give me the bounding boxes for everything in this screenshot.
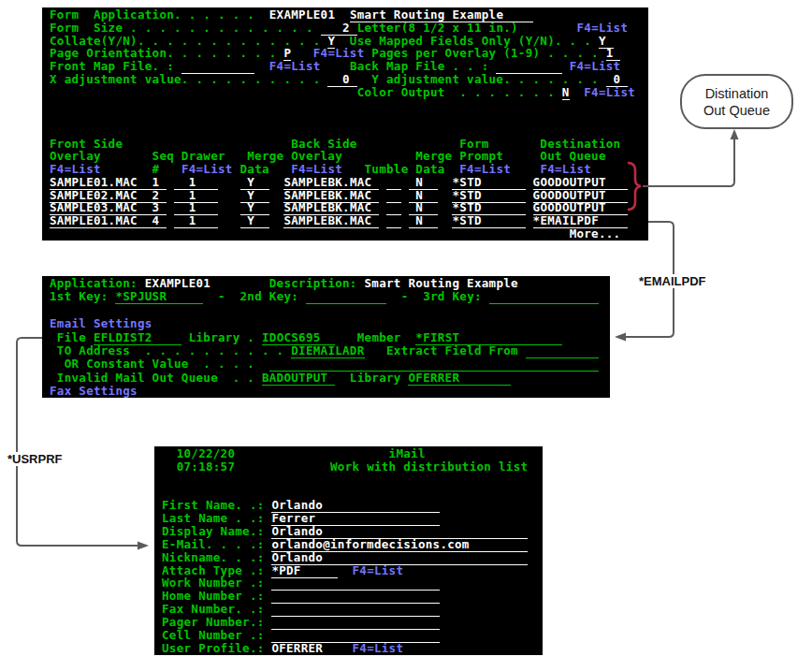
screen-text: Pages per Overlay (1-9) . . . .	[365, 46, 606, 60]
screen-text: Email Settings	[50, 316, 152, 330]
terminal-line	[50, 111, 641, 124]
screen-text: 2nd Key:	[240, 289, 306, 303]
screen-text: 10/22/20	[162, 446, 235, 460]
terminal-line: Nickname. . .: Orlando	[162, 551, 535, 564]
terminal-line	[162, 474, 535, 487]
screen-text	[379, 188, 386, 202]
connector-goodoutput-to-bubble	[643, 139, 734, 186]
screen-text: Work with distribution list	[330, 459, 528, 474]
terminal-line: SAMPLE02.MAC 2 1 Y SAMPLEBK.MAC N *STD G…	[50, 189, 641, 202]
field-value[interactable]: N	[562, 85, 570, 100]
screen-text: First Name. .:	[162, 498, 271, 512]
screen-text: Data	[415, 162, 459, 176]
screen-text	[438, 200, 453, 214]
screen-text	[338, 563, 353, 577]
screen-text	[235, 459, 330, 474]
screen-text: EXAMPLE01	[145, 276, 210, 290]
screen-text: F4=List	[562, 59, 621, 73]
screen-text: F4=List	[352, 641, 403, 655]
terminal-line: Cell Number .:	[162, 629, 535, 642]
bubble-text-line2: Out Queue	[703, 102, 770, 119]
screen-text: F4=List	[576, 21, 628, 35]
screen-text: #	[101, 162, 181, 176]
terminal-line	[50, 304, 602, 317]
screen-text	[338, 641, 353, 655]
screen-text: Member	[335, 330, 415, 344]
terminal-line: OR Constant Value . . . .	[50, 357, 602, 371]
screen-text	[218, 188, 239, 202]
screen-text: Front Map File. :	[50, 59, 181, 73]
emailpdf-edge-label: *EMAILPDF	[636, 274, 709, 288]
terminal-line: Fax Settings	[50, 385, 602, 398]
terminal-line: Email Settings	[50, 317, 602, 330]
field-value[interactable]: *SPJUSR	[115, 289, 203, 304]
screen-text: E-Mail. . . .:	[162, 537, 271, 551]
field-value[interactable]: OFERRER	[408, 371, 511, 386]
field-value[interactable]	[306, 289, 386, 304]
terminal-line: SAMPLE03.MAC 3 1 Y SAMPLEBK.MAC N *STD G…	[50, 201, 641, 214]
screen-text: Form Application. . . . . .	[50, 7, 269, 22]
terminal-line: 10/22/20 iMail	[162, 447, 535, 460]
screen-text: F4=List	[540, 162, 591, 176]
screen-text: F4=List	[181, 162, 233, 176]
screen-text: Page Orientation. . . . . . . .	[50, 46, 283, 60]
terminal-line: Attach Type .: *PDF F4=List	[162, 564, 535, 577]
screen-text: Color Output . . . . . . .	[50, 85, 562, 99]
screen-text	[167, 175, 174, 189]
screen-text: Front Side Back Side Form Destination	[50, 137, 620, 151]
screen-text: OR Constant Value . . . .	[50, 357, 269, 371]
screen-text	[438, 213, 453, 227]
screen-text: Tumble	[342, 162, 415, 176]
screen-text: Back Map File . . :	[321, 59, 497, 73]
screen-text: Nickname. . .:	[162, 550, 271, 564]
terminal-line: SAMPLE01.MAC 4 1 Y SAMPLEBK.MAC N *STD *…	[50, 214, 641, 227]
field-value[interactable]: BADOUTPUT	[262, 371, 335, 386]
screen-text	[167, 200, 174, 214]
screen-text	[526, 213, 533, 227]
terminal-line: TO Address . . . . . . . . . . DIEMAILAD…	[50, 344, 602, 357]
email-settings-screen: Application: EXAMPLE01 Description: Smar…	[42, 276, 610, 398]
screen-text: Last Name . .:	[162, 511, 271, 525]
screen-text: Y adjustment value. . . . . . .	[357, 72, 606, 86]
screen-text	[401, 213, 409, 227]
screen-text: Form Size . . . . . . . . . . . . .	[50, 21, 321, 35]
screen-text	[269, 188, 284, 202]
terminal-line: User Profile.: OFERRER F4=List	[162, 642, 535, 655]
terminal-line: Application: EXAMPLE01 Description: Smar…	[50, 277, 602, 290]
terminal-line: Fax Number. .:	[162, 603, 535, 616]
screen-text: 07:18:57	[162, 459, 235, 474]
screen-text	[401, 175, 409, 189]
terminal-line: Last Name . .: Ferrer	[162, 512, 535, 525]
terminal-line	[162, 487, 535, 500]
diagram-canvas: Form Application. . . . . . EXAMPLE01 Sm…	[0, 0, 812, 671]
terminal-line: X adjustment value. . . . . . . . . . 0 …	[50, 73, 641, 86]
terminal-line	[50, 98, 641, 111]
screen-text: Letter(8 1/2 x 11 in.)	[357, 21, 518, 35]
screen-text: -	[386, 289, 423, 303]
screen-text	[379, 213, 386, 227]
arrowhead-left-icon	[615, 333, 626, 342]
screen-text	[379, 200, 386, 214]
screen-text: F4=List	[50, 162, 101, 176]
screen-text: Use Mapped Fields Only (Y/N). . .	[335, 34, 599, 48]
usrprf-edge-label: *USRPRF	[5, 452, 65, 466]
screen-text	[269, 200, 284, 214]
screen-text: X adjustment value. . . . . . . . . .	[50, 72, 327, 86]
terminal-line: Pager Number.:	[162, 616, 535, 629]
terminal-line: Form Size . . . . . . . . . . . . . 2 Le…	[50, 22, 641, 35]
terminal-line: Overlay Seq Drawer Merge Overlay Merge P…	[50, 150, 641, 163]
screen-text	[235, 446, 388, 460]
screen-text: More...	[570, 226, 621, 241]
screen-text: TO Address . . . . . . . . . .	[50, 343, 291, 357]
destination-out-queue-bubble: Distination Out Queue	[680, 74, 793, 129]
screen-text: F4=List	[254, 59, 320, 73]
field-value[interactable]	[489, 289, 599, 304]
bubble-text-line1: Distination	[705, 85, 769, 102]
screen-text	[511, 162, 540, 176]
terminal-line: F4=List # F4=List Data F4=List Tumble Da…	[50, 163, 641, 176]
terminal-line: Form Application. . . . . . EXAMPLE01 Sm…	[50, 8, 641, 22]
terminal-line: 07:18:57 Work with distribution list	[162, 460, 535, 474]
field-value[interactable]: OFERRER	[271, 641, 337, 655]
screen-text: Attach Type .:	[162, 563, 271, 577]
screen-text	[379, 175, 386, 189]
